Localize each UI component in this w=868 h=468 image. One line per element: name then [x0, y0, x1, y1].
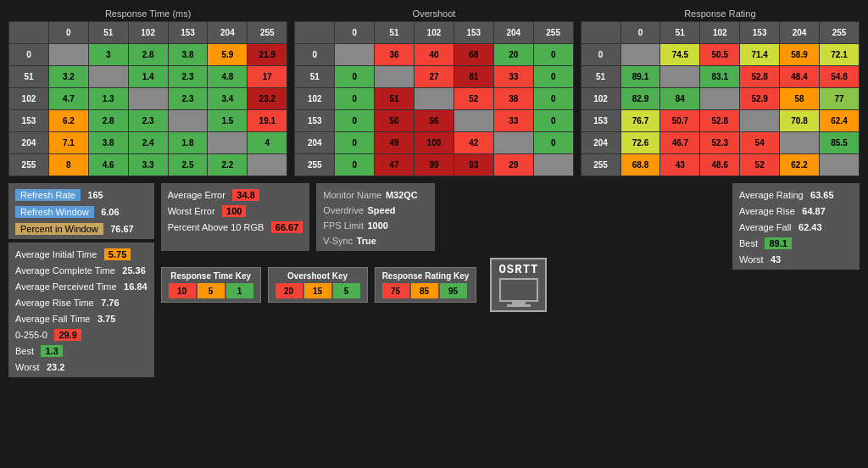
avg-fall-rating-label: Average Fall: [739, 222, 792, 232]
avg-initial-label: Average Initial Time: [15, 249, 97, 259]
response-time-matrix: 0 51 102 153 204 255 0 3 2.8 3.8 5.9 21.…: [8, 21, 287, 176]
main-container: Response Time (ms) 0 51 102 153 204 255 …: [0, 0, 868, 468]
response-rating-matrix: 0 51 102 153 204 255 0 74.5 50.5 71.4 58…: [581, 21, 860, 176]
table-row: 51 89.1 83.1 52.8 48.4 54.8: [581, 66, 859, 88]
response-rating-key: Response Rating Key 75 85 95: [375, 267, 477, 303]
rt-corner: [9, 22, 49, 44]
percent-window-row: Percent in Window 76.67: [15, 220, 147, 236]
avg-rise-rating-label: Average Rise: [739, 206, 795, 216]
response-time-title: Response Time (ms): [8, 8, 287, 19]
avg-rise-label: Average Rise Time: [15, 298, 94, 308]
avg-perceived-value: 16.84: [124, 281, 147, 292]
logo-text: OSRTT: [498, 263, 538, 276]
vsync-value: True: [357, 236, 376, 246]
table-row: 0 3 2.8 3.8 5.9 21.9: [9, 44, 287, 66]
table-row: 204 72.6 46.7 52.3 54 85.5: [581, 132, 859, 154]
center-top: Average Error 34.8 Worst Error 100 Perce…: [161, 183, 726, 251]
avg-error-label: Average Error: [168, 190, 225, 200]
keys-row: Response Time Key 10 5 1 Overshoot Key 2…: [161, 258, 726, 312]
percent-window-value: 76.67: [110, 224, 134, 234]
os-key-title: Overshoot Key: [275, 271, 360, 281]
avg-perceived-label: Average Perceived Time: [15, 281, 117, 292]
table-row: 255 68.8 43 48.6 52 62.2: [581, 154, 859, 176]
rr-key-cell-75: 75: [382, 283, 409, 298]
avg-rise-rating-row: Average Rise 64.87: [739, 203, 853, 218]
error-stats-box: Average Error 34.8 Worst Error 100 Perce…: [161, 183, 310, 251]
worst-error-value: 100: [222, 205, 246, 217]
table-row: 51 0 27 81 33 0: [295, 66, 573, 88]
table-row: 153 0 50 56 33 0: [295, 110, 573, 132]
overdrive-label: Overdrive: [323, 205, 364, 215]
os-key-cell-15: 15: [304, 283, 331, 298]
v0-255-row: 0-255-0 29.9: [15, 326, 147, 342]
refresh-rate-value: 165: [87, 190, 103, 200]
response-rating-title: Response Rating: [581, 8, 860, 19]
rt-col-0: 0: [48, 22, 88, 44]
best-rating-value: 89.1: [765, 237, 791, 249]
overdrive-value: Speed: [367, 205, 395, 215]
avg-complete-row: Average Complete Time 25.36: [15, 262, 147, 277]
center-area: Average Error 34.8 Worst Error 100 Perce…: [161, 183, 726, 312]
avg-fall-row: Average Fall Time 3.75: [15, 310, 147, 326]
worst-value: 23.2: [47, 362, 64, 372]
avg-fall-label: Average Fall Time: [15, 314, 90, 324]
overdrive-row: Overdrive Speed: [323, 202, 428, 217]
overshoot-matrix: 0 51 102 153 204 255 0 36 40 68 20 0: [294, 21, 573, 176]
percent-above-row: Percent Above 10 RGB 66.67: [168, 219, 303, 234]
refresh-window-value: 6.06: [101, 207, 119, 217]
rr-key-cell-85: 85: [411, 283, 438, 298]
table-row: 204 7.1 3.8 2.4 1.8 4: [9, 132, 287, 154]
avg-complete-label: Average Complete Time: [15, 265, 115, 276]
table-row: 204 0 49 100 42 0: [295, 132, 573, 154]
timing-stats-box: Average Initial Time 5.75 Average Comple…: [8, 242, 154, 377]
rt-key-cell-1: 1: [226, 283, 253, 298]
avg-error-value: 34.8: [232, 189, 259, 201]
avg-perceived-row: Average Perceived Time 16.84: [15, 278, 147, 293]
monitor-base: [512, 302, 526, 304]
table-row: 102 0 51 52 38 0: [295, 88, 573, 110]
response-rating-section: Response Rating 0 51 102 153 204 255 0 7…: [581, 8, 860, 176]
rt-col-153: 153: [168, 22, 208, 44]
vsync-label: V-Sync: [323, 236, 353, 246]
best-value: 1.3: [41, 345, 62, 357]
refresh-window-label: Refresh Window: [15, 206, 94, 218]
worst-error-label: Worst Error: [168, 206, 215, 216]
avg-rise-value: 7.76: [101, 298, 119, 308]
monitor-name-row: Monitor Name M32QC: [323, 187, 428, 202]
table-row: 0 36 40 68 20 0: [295, 44, 573, 66]
worst-row: Worst 23.2: [15, 359, 147, 374]
avg-rating-label: Average Rating: [739, 190, 804, 200]
avg-rating-value: 63.65: [810, 190, 834, 200]
best-rating-row: Best 89.1: [739, 235, 853, 250]
best-row: Best 1.3: [15, 343, 147, 358]
avg-fall-rating-row: Average Fall 62.43: [739, 219, 853, 234]
bottom-row: Refresh Rate 165 Refresh Window 6.06 Per…: [8, 183, 860, 377]
rt-col-204: 204: [208, 22, 248, 44]
refresh-stats-box: Refresh Rate 165 Refresh Window 6.06 Per…: [8, 183, 154, 239]
top-row: Response Time (ms) 0 51 102 153 204 255 …: [8, 8, 860, 176]
rt-col-255: 255: [248, 22, 287, 44]
monitor-name-label: Monitor Name: [323, 190, 381, 200]
rr-key-cells: 75 85 95: [382, 283, 470, 298]
avg-rating-row: Average Rating 63.65: [739, 187, 853, 202]
percent-above-value: 66.67: [271, 221, 303, 233]
avg-fall-value: 3.75: [97, 314, 115, 324]
vsync-row: V-Sync True: [323, 232, 428, 248]
response-time-section: Response Time (ms) 0 51 102 153 204 255 …: [8, 8, 287, 176]
rt-key-cell-5: 5: [198, 283, 225, 298]
table-row: 255 0 47 99 93 29: [295, 154, 573, 176]
avg-initial-value: 5.75: [104, 248, 131, 260]
worst-label: Worst: [15, 362, 40, 372]
os-key-cell-5: 5: [333, 283, 360, 298]
os-key-cells: 20 15 5: [275, 283, 360, 298]
table-row: 102 82.9 84 52.9 58 77: [581, 88, 859, 110]
refresh-window-row: Refresh Window 6.06: [15, 203, 147, 219]
rt-col-102: 102: [128, 22, 168, 44]
avg-rise-rating-value: 64.87: [802, 206, 826, 216]
worst-rating-row: Worst 43: [739, 251, 853, 266]
avg-error-row: Average Error 34.8: [168, 187, 303, 202]
v0-255-label: 0-255-0: [15, 330, 47, 340]
table-row: 153 6.2 2.8 2.3 1.5 19.1: [9, 110, 287, 132]
avg-initial-row: Average Initial Time 5.75: [15, 246, 147, 261]
refresh-rate-row: Refresh Rate 165: [15, 187, 147, 202]
